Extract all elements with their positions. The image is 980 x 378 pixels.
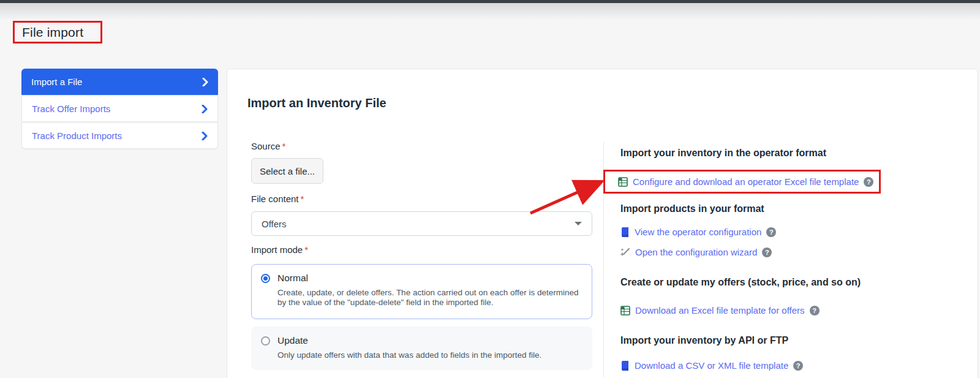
required-asterisk: * bbox=[301, 194, 304, 204]
sidebar-item-track-offer-imports[interactable]: Track Offer Imports bbox=[21, 95, 218, 122]
page-title-annotation-box: File import bbox=[13, 21, 102, 43]
help-icon[interactable]: ? bbox=[766, 227, 776, 237]
chevron-right-icon bbox=[202, 105, 208, 113]
help-section-heading: Import your inventory in the operator fo… bbox=[620, 148, 826, 159]
page-title: File import bbox=[22, 25, 83, 40]
chevron-right-icon bbox=[202, 78, 208, 86]
panel-heading: Import an Inventory File bbox=[247, 96, 386, 110]
view-operator-configuration-link[interactable]: View the operator configuration ? bbox=[620, 227, 776, 237]
source-label: Source* bbox=[251, 141, 285, 151]
help-section-heading: Import products in your format bbox=[620, 203, 764, 214]
highlighted-link-annotation-box: Configure and download an operator Excel… bbox=[603, 170, 881, 194]
sidebar-item-track-product-imports[interactable]: Track Product Imports bbox=[21, 122, 218, 149]
download-csv-xml-template-link[interactable]: Download a CSV or XML file template ? bbox=[620, 360, 803, 371]
open-configuration-wizard-link[interactable]: Open the configuration wizard ? bbox=[620, 247, 772, 257]
excel-file-icon bbox=[618, 177, 628, 187]
top-shadow bbox=[0, 3, 980, 20]
radio-selected[interactable] bbox=[261, 274, 270, 283]
excel-file-icon bbox=[620, 306, 630, 316]
sidebar-item-label: Track Product Imports bbox=[32, 130, 122, 141]
chevron-right-icon bbox=[202, 132, 208, 140]
file-content-label: File content* bbox=[251, 194, 304, 204]
book-icon bbox=[620, 361, 630, 371]
book-icon bbox=[620, 227, 630, 237]
mode-option-description: Create, update, or delete offers. The ac… bbox=[277, 288, 587, 308]
sidebar: Import a File Track Offer Imports Track … bbox=[21, 69, 218, 149]
radio-unselected[interactable] bbox=[261, 336, 270, 346]
import-mode-option-normal[interactable]: Normal Create, update, or delete offers.… bbox=[251, 264, 592, 319]
help-section-heading: Import your inventory by API or FTP bbox=[620, 335, 788, 346]
chevron-down-icon bbox=[575, 222, 582, 225]
import-mode-label: Import mode* bbox=[251, 244, 308, 255]
help-icon[interactable]: ? bbox=[762, 248, 772, 257]
sidebar-item-import-a-file[interactable]: Import a File bbox=[21, 69, 218, 95]
download-excel-template-offers-link[interactable]: Download an Excel file template for offe… bbox=[620, 305, 820, 316]
mode-option-label: Normal bbox=[277, 273, 308, 284]
help-section-heading: Create or update my offers (stock, price… bbox=[620, 277, 861, 288]
configure-template-link[interactable]: Configure and download an operator Excel… bbox=[633, 176, 859, 187]
required-asterisk: * bbox=[304, 244, 308, 255]
help-icon[interactable]: ? bbox=[810, 306, 820, 316]
help-icon[interactable]: ? bbox=[793, 361, 803, 371]
mode-option-label: Update bbox=[277, 335, 308, 346]
annotation-arrow bbox=[521, 175, 609, 219]
required-asterisk: * bbox=[282, 141, 286, 151]
sidebar-item-label: Track Offer Imports bbox=[32, 104, 110, 114]
wand-icon bbox=[620, 248, 630, 257]
mode-option-description: Only update offers with data that was ad… bbox=[277, 350, 587, 360]
help-icon[interactable]: ? bbox=[864, 177, 873, 187]
sidebar-item-label: Import a File bbox=[31, 77, 82, 87]
import-panel: Import an Inventory File Source* Select … bbox=[227, 69, 978, 378]
select-file-button[interactable]: Select a file... bbox=[251, 158, 323, 184]
file-content-selected-value: Offers bbox=[262, 219, 287, 229]
import-mode-option-update[interactable]: Update Only update offers with data that… bbox=[251, 327, 592, 370]
